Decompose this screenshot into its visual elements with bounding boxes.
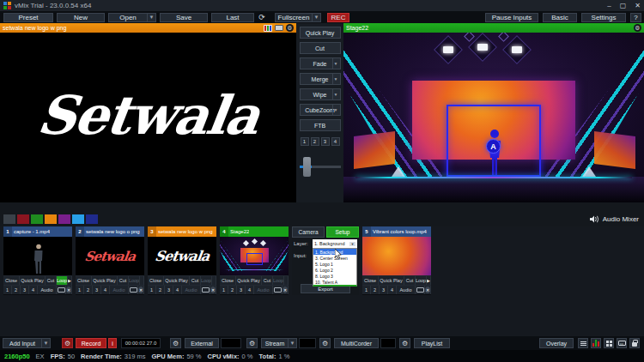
input-4-cut-button[interactable]: Cut — [262, 276, 273, 285]
input-1-quickplay-button[interactable]: Quick Play — [20, 276, 46, 285]
input-5-audio-button[interactable]: Audio — [397, 286, 416, 294]
fade-dropdown-icon[interactable]: ▼ — [332, 58, 339, 69]
input-5-titlebar[interactable]: 5 Vibrant colors loop.mp4 — [362, 226, 431, 237]
add-input-dropdown-icon[interactable]: ▼ — [42, 338, 51, 348]
list-view-icon[interactable] — [578, 338, 588, 348]
input-3-overlay-2[interactable]: 2 — [156, 286, 165, 294]
input-2-monitor-icon[interactable] — [129, 286, 138, 294]
input-5-overlay-1[interactable]: 1 — [362, 286, 371, 294]
input-4-audio-button[interactable]: Audio — [254, 286, 273, 294]
input-1-overlay-2[interactable]: 2 — [12, 286, 21, 294]
layer-option[interactable]: 8. Logo 3 — [313, 273, 356, 279]
category-swatch-grey[interactable] — [3, 214, 15, 224]
category-swatch-green[interactable] — [31, 214, 43, 224]
quick-play-button[interactable]: Quick Play — [300, 27, 341, 39]
input-1-titlebar[interactable]: 1 capture - 1.mp4 — [3, 226, 72, 237]
input-4-titlebar[interactable]: 4 Stage22 — [220, 226, 289, 237]
input-2-mute-icon[interactable]: ✕ — [138, 286, 144, 294]
layer-select[interactable]: 1. Background ▼ — [313, 239, 357, 248]
multicorder-settings-gear-icon[interactable]: ⚙ — [319, 338, 331, 348]
ftb-button[interactable]: FTB — [300, 119, 341, 131]
record-settings-gear-icon[interactable]: ⚙ — [62, 338, 73, 348]
layer-option[interactable]: 10. Talent A — [313, 279, 356, 285]
input-4-overlay-2[interactable]: 2 — [228, 286, 237, 294]
playlist-button[interactable]: PlayList — [414, 338, 450, 348]
input-4-monitor-icon[interactable] — [273, 286, 283, 294]
input-5-thumbnail[interactable] — [362, 237, 431, 275]
record-info-button[interactable]: i — [108, 338, 117, 348]
layer-option[interactable]: 6. Logo 2 — [313, 267, 356, 273]
stinger-2-button[interactable]: 2 — [311, 137, 319, 146]
category-swatch-blue[interactable] — [72, 214, 84, 224]
grid-view-icon[interactable] — [604, 338, 614, 348]
stream-button[interactable]: Stream — [261, 338, 289, 348]
overlay-button[interactable]: Overlay — [539, 338, 574, 348]
input-1-overlay-4[interactable]: 4 — [29, 286, 38, 294]
input-5-overlay-3[interactable]: 3 — [380, 286, 388, 294]
program-monitor[interactable]: A — [343, 33, 644, 202]
category-swatch-purple[interactable] — [58, 214, 70, 224]
layer-option[interactable]: 5. Logo 1 — [313, 261, 356, 267]
input-2-titlebar[interactable]: 2 setwala new logo o png — [76, 226, 144, 237]
input-4-loop-button[interactable]: Loop — [273, 276, 284, 285]
new-button[interactable]: New — [57, 13, 105, 22]
add-input-button[interactable]: Add Input — [3, 338, 42, 348]
input-3-cut-button[interactable]: Cut — [190, 276, 201, 285]
tbar-handle[interactable] — [303, 157, 311, 177]
input-4-quickplay-button[interactable]: Quick Play — [236, 276, 262, 285]
input-1-close-button[interactable]: Close — [3, 276, 20, 285]
merge-button[interactable]: Merge▼ — [300, 73, 341, 85]
input-2-audio-button[interactable]: Audio — [110, 286, 129, 294]
input-3-thumbnail[interactable]: Setwala — [148, 237, 216, 275]
input-3-loop-button[interactable]: Loop — [201, 276, 212, 285]
setup-button[interactable]: Setup — [326, 226, 359, 238]
input-1-loop-button[interactable]: Loop — [57, 276, 68, 285]
category-swatch-orange[interactable] — [45, 214, 57, 224]
input-4-mute-icon[interactable]: ✕ — [283, 286, 289, 294]
input-5-monitor-icon[interactable] — [416, 286, 425, 294]
input-5-overlay-2[interactable]: 2 — [371, 286, 380, 294]
input-3-quickplay-button[interactable]: Quick Play — [164, 276, 190, 285]
external-settings-gear-icon[interactable]: ⚙ — [170, 338, 181, 348]
input-3-titlebar[interactable]: 3 setwala new logo w png — [148, 226, 216, 237]
preview-monitor[interactable]: Setwala — [0, 33, 296, 202]
input-2-overlay-3[interactable]: 3 — [93, 286, 101, 294]
input-1-overlay-1[interactable]: 1 — [3, 286, 12, 294]
input-4-thumbnail[interactable] — [220, 237, 289, 275]
cubezoom-dropdown-icon[interactable]: ▼ — [332, 105, 339, 115]
playlist-settings-gear-icon[interactable]: ⚙ — [399, 338, 410, 348]
input-4-overlay-3[interactable]: 3 — [237, 286, 246, 294]
camera-tab[interactable]: Camera — [292, 226, 325, 238]
maximize-icon[interactable]: ▢ — [620, 2, 627, 9]
input-2-close-button[interactable]: Close — [76, 276, 92, 285]
program-gear-icon[interactable]: ⚙ — [634, 24, 641, 32]
input-1-mute-icon[interactable]: ✕ — [66, 286, 72, 294]
open-dropdown-icon[interactable]: ▼ — [148, 13, 156, 22]
input-2-cut-button[interactable]: Cut — [118, 276, 129, 285]
input-1-overlay-3[interactable]: 3 — [21, 286, 29, 294]
multicorder-button[interactable]: MultiCorder — [334, 338, 379, 348]
settings-button[interactable]: Settings — [581, 13, 626, 22]
stream-dropdown-icon[interactable]: ▼ — [289, 338, 297, 348]
save-button[interactable]: Save — [160, 13, 208, 22]
fade-button[interactable]: Fade▼ — [300, 57, 341, 69]
input-5-quickplay-button[interactable]: Quick Play — [379, 276, 404, 285]
input-3-overlay-3[interactable]: 3 — [165, 286, 173, 294]
refresh-icon[interactable]: ⟳ — [254, 13, 270, 22]
merge-dropdown-icon[interactable]: ▼ — [332, 74, 339, 84]
wipe-button[interactable]: Wipe▼ — [300, 88, 341, 100]
close-icon[interactable]: ✕ — [635, 2, 641, 9]
input-4-close-button[interactable]: Close — [220, 276, 236, 285]
input-5-overlay-4[interactable]: 4 — [388, 286, 397, 294]
category-swatch-navy[interactable] — [86, 214, 98, 224]
input-1-play-icon[interactable]: ▶ — [68, 276, 72, 285]
input-1-monitor-icon[interactable] — [57, 286, 66, 294]
input-2-overlay-4[interactable]: 4 — [101, 286, 110, 294]
input-5-cut-button[interactable]: Cut — [404, 276, 416, 285]
last-button[interactable]: Last — [211, 13, 254, 22]
cut-button[interactable]: Cut — [300, 42, 341, 54]
input-1-audio-button[interactable]: Audio — [38, 286, 57, 294]
record-button[interactable]: Record — [76, 338, 106, 348]
fullscreen-button[interactable]: Fullscreen — [275, 13, 313, 22]
fullscreen-dropdown-icon[interactable]: ▼ — [313, 13, 321, 22]
